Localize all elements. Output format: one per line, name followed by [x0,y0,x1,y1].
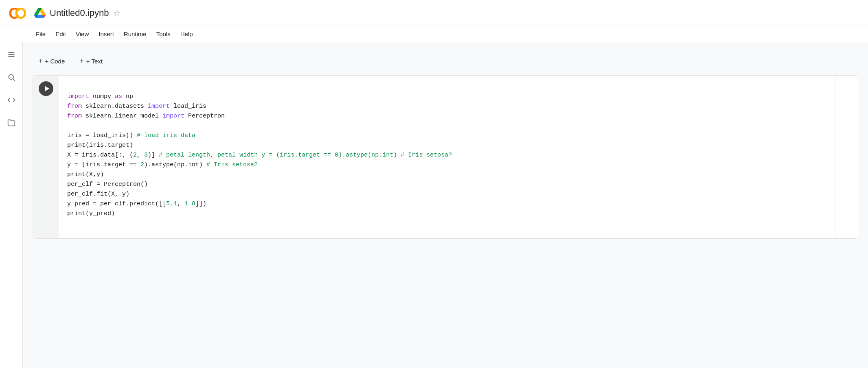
cell-inner: import numpy as np from sklearn.datasets… [33,76,858,238]
menu-insert[interactable]: Insert [94,26,119,42]
run-button[interactable] [39,81,53,96]
svg-marker-8 [45,86,49,91]
add-code-button[interactable]: + + Code [33,54,70,69]
toolbar-row: + + Code + + Text [23,50,868,75]
add-text-label: + Text [86,58,103,65]
sidebar [0,42,23,368]
menu-bar: File Edit View Insert Runtime Tools Help [0,26,868,42]
svg-rect-3 [8,52,14,53]
plus-icon: + [38,57,43,65]
code-editor[interactable]: import numpy as np from sklearn.datasets… [59,76,835,238]
svg-rect-5 [8,56,14,57]
drive-icon [34,7,46,19]
star-icon[interactable]: ☆ [113,8,121,18]
menu-runtime[interactable]: Runtime [119,26,151,42]
svg-rect-4 [8,54,14,55]
notebook-title: Untitled0.ipynb [50,8,109,18]
add-text-button[interactable]: + + Text [74,54,108,69]
menu-view[interactable]: View [71,26,94,42]
menu-help[interactable]: Help [175,26,198,42]
add-code-label: + Code [45,58,65,65]
plus-text-icon: + [79,57,84,65]
menu-file[interactable]: File [31,26,50,42]
content-area: + + Code + + Text impor [23,42,868,368]
sidebar-search-icon[interactable] [4,70,19,85]
title-area: Untitled0.ipynb ☆ [34,7,121,19]
svg-line-7 [13,79,15,81]
sidebar-folder-icon[interactable] [4,115,19,130]
svg-text:O: O [15,5,27,22]
colab-logo: C O [7,2,29,24]
sidebar-code-icon[interactable] [4,93,19,107]
menu-tools[interactable]: Tools [151,26,175,42]
sidebar-menu-icon[interactable] [4,47,19,62]
svg-point-6 [9,74,13,79]
code-cell: import numpy as np from sklearn.datasets… [33,75,858,239]
cell-right-panel [835,76,858,238]
main-layout: + + Code + + Text impor [0,42,868,368]
cell-left-panel [33,76,59,238]
menu-edit[interactable]: Edit [50,26,71,42]
top-bar: C O Untitled0.ipynb ☆ [0,0,868,26]
